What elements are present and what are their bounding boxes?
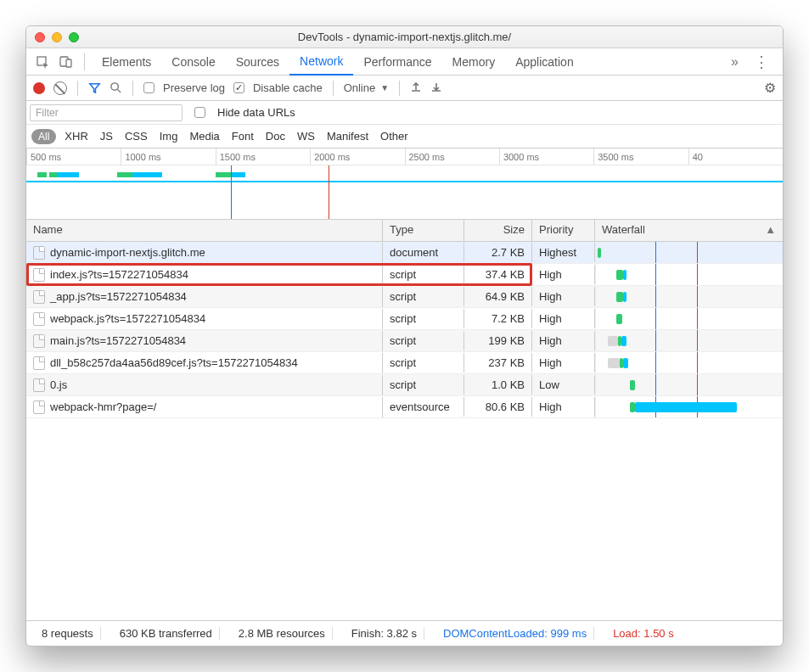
filter-toggle-icon[interactable] (88, 81, 101, 94)
waterfall-cell (595, 396, 783, 417)
network-toolbar: Preserve log Disable cache Online ▼ ⚙ (26, 76, 783, 101)
request-row[interactable]: index.js?ts=1572271054834script37.4 KBHi… (26, 264, 783, 286)
waterfall-cell (595, 264, 783, 285)
request-priority: High (532, 331, 595, 350)
col-header-priority[interactable]: Priority (532, 220, 595, 241)
minimize-window-button[interactable] (52, 32, 62, 42)
filter-img-button[interactable]: Img (160, 130, 178, 143)
request-name: main.js?ts=1572271054834 (50, 334, 186, 347)
request-size: 1.0 KB (464, 375, 532, 395)
settings-menu-button[interactable]: ⋮ (745, 53, 778, 71)
request-type: script (383, 353, 464, 372)
clear-button[interactable] (53, 81, 67, 95)
request-priority: Highest (532, 243, 595, 262)
separator (399, 81, 400, 96)
window-title: DevTools - dynamic-import-nextjs.glitch.… (26, 31, 783, 43)
filter-doc-button[interactable]: Doc (266, 130, 285, 143)
request-row[interactable]: dll_b58c257da4aa56d89cef.js?ts=157227105… (26, 352, 783, 374)
request-row[interactable]: 0.jsscript1.0 KBLow (26, 374, 783, 396)
file-icon (33, 312, 45, 326)
request-type: document (383, 243, 464, 262)
request-row[interactable]: webpack-hmr?page=/eventsource80.6 KBHigh (26, 396, 783, 418)
hide-data-urls-checkbox[interactable] (194, 107, 205, 118)
request-name: index.js?ts=1572271054834 (50, 268, 188, 281)
more-tabs-button[interactable]: » (726, 54, 744, 70)
sort-ascending-icon: ▲ (765, 223, 776, 236)
filter-input[interactable]: Filter (30, 104, 183, 121)
device-toggle-icon[interactable] (55, 51, 77, 73)
titlebar: DevTools - dynamic-import-nextjs.glitch.… (26, 26, 783, 48)
timeline-ruler[interactable]: 500 ms1000 ms1500 ms2000 ms2500 ms3000 m… (26, 148, 783, 165)
request-row[interactable]: dynamic-import-nextjs.glitch.medocument2… (26, 242, 783, 264)
request-row[interactable]: main.js?ts=1572271054834script199 KBHigh (26, 330, 783, 352)
file-icon (33, 356, 45, 370)
tab-elements[interactable]: Elements (92, 48, 161, 76)
filter-js-button[interactable]: JS (100, 130, 113, 143)
separator (77, 81, 78, 96)
file-icon (33, 268, 45, 282)
request-size: 7.2 KB (464, 309, 532, 328)
tab-console[interactable]: Console (161, 48, 225, 76)
tab-application[interactable]: Application (505, 48, 584, 76)
col-header-waterfall[interactable]: Waterfall ▲ (595, 220, 783, 241)
filter-all-button[interactable]: All (31, 129, 56, 144)
disable-cache-checkbox[interactable] (233, 82, 244, 93)
search-icon[interactable] (110, 81, 122, 94)
svg-point-3 (111, 83, 118, 90)
request-type: eventsource (383, 397, 464, 417)
tab-network[interactable]: Network (289, 48, 353, 76)
close-window-button[interactable] (35, 32, 45, 42)
chevron-down-icon: ▼ (380, 83, 389, 92)
export-har-icon[interactable] (430, 81, 442, 95)
tab-memory[interactable]: Memory (442, 48, 506, 76)
col-header-type[interactable]: Type (383, 220, 464, 241)
request-priority: Low (532, 375, 595, 395)
request-type: script (383, 331, 464, 350)
throttle-select[interactable]: Online ▼ (344, 81, 389, 94)
request-row[interactable]: webpack.js?ts=1572271054834script7.2 KBH… (26, 308, 783, 330)
col-header-size[interactable]: Size (464, 220, 532, 241)
grid-header: Name Type Size Priority Waterfall ▲ (26, 220, 783, 242)
status-bar: 8 requests 630 KB transferred 2.8 MB res… (26, 620, 783, 646)
record-button[interactable] (33, 82, 45, 94)
separator (333, 81, 334, 96)
zoom-window-button[interactable] (69, 32, 79, 42)
file-icon (33, 334, 45, 348)
ruler-tick: 500 ms (26, 148, 121, 165)
filter-media-button[interactable]: Media (189, 130, 219, 143)
filter-css-button[interactable]: CSS (125, 130, 148, 143)
request-priority: High (532, 353, 595, 372)
waterfall-cell (595, 286, 783, 307)
tab-sources[interactable]: Sources (226, 48, 289, 76)
col-header-name[interactable]: Name (26, 220, 383, 241)
throttle-value: Online (344, 81, 376, 94)
request-size: 37.4 KB (464, 265, 532, 284)
status-dcl: DOMContentLoaded: 999 ms (436, 627, 594, 640)
filter-bar: Filter Hide data URLs (26, 101, 783, 125)
status-load: Load: 1.50 s (606, 627, 681, 640)
network-settings-icon[interactable]: ⚙ (764, 80, 776, 96)
hide-data-urls-label: Hide data URLs (217, 106, 295, 119)
devtools-window: DevTools - dynamic-import-nextjs.glitch.… (25, 25, 784, 647)
request-priority: High (532, 265, 595, 284)
file-icon (33, 378, 45, 392)
request-size: 237 KB (464, 353, 532, 372)
separator (132, 81, 133, 96)
domcontentloaded-marker (231, 165, 232, 219)
waterfall-cell (595, 242, 783, 263)
filter-ws-button[interactable]: WS (297, 130, 315, 143)
filter-other-button[interactable]: Other (380, 130, 408, 143)
import-har-icon[interactable] (410, 81, 422, 95)
request-name: webpack.js?ts=1572271054834 (50, 312, 205, 325)
timeline-overview[interactable] (26, 165, 783, 220)
filter-font-button[interactable]: Font (232, 130, 254, 143)
filter-manifest-button[interactable]: Manifest (327, 130, 368, 143)
inspect-icon[interactable] (31, 51, 53, 73)
preserve-log-checkbox[interactable] (143, 82, 154, 93)
tab-performance[interactable]: Performance (353, 48, 441, 76)
request-row[interactable]: _app.js?ts=1572271054834script64.9 KBHig… (26, 286, 783, 308)
grid-body: dynamic-import-nextjs.glitch.medocument2… (26, 242, 783, 620)
ruler-tick: 3500 ms (593, 148, 688, 165)
request-priority: High (532, 287, 595, 306)
filter-xhr-button[interactable]: XHR (65, 130, 87, 143)
